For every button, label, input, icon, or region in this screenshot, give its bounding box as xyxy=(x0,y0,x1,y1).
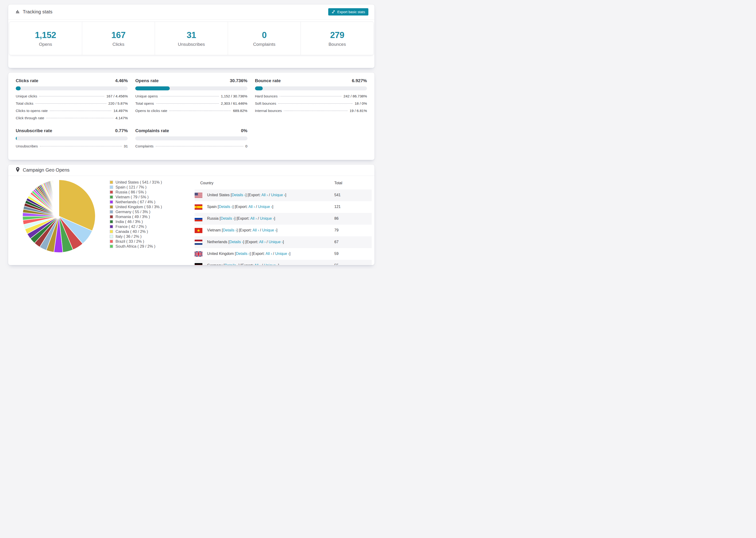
export-basic-stats-button[interactable]: Export basic stats xyxy=(328,8,368,16)
details-link[interactable]: Details › xyxy=(229,240,243,244)
rate-progress-fill xyxy=(16,86,21,90)
stat-value: 1,152 xyxy=(9,30,82,40)
legend-label: United Kingdom ( 59 / 3% ) xyxy=(116,205,162,209)
rate-progress-fill xyxy=(16,136,17,140)
legend-swatch xyxy=(110,244,113,248)
geo-total-cell: 59 xyxy=(334,252,339,256)
legend-item-spain: Spain ( 121 / 7% ) xyxy=(110,185,162,190)
rate-detail-label: Unsubscribes xyxy=(16,144,38,148)
legend-swatch xyxy=(110,205,113,209)
rate-detail-label: Complaints xyxy=(135,144,153,148)
details-link[interactable]: Details › xyxy=(219,205,233,209)
details-link[interactable]: Details › xyxy=(236,252,250,256)
rate-detail-row: Clicks to opens rate14.497% xyxy=(16,109,128,113)
rate-block-clicks-rate: Clicks rate4.46%Unique clicks167 / 4.456… xyxy=(16,78,128,120)
export-unique-link[interactable]: Unique › xyxy=(260,216,274,220)
rate-detail-value: 4.147% xyxy=(116,116,128,120)
geo-opens-legend: United States ( 541 / 31% )Spain ( 121 /… xyxy=(110,180,162,249)
export-icon xyxy=(332,10,336,14)
legend-label: Italy ( 36 / 2% ) xyxy=(116,234,141,239)
rate-detail-label: Total clicks xyxy=(16,101,33,106)
legend-label: India ( 46 / 3% ) xyxy=(116,219,143,224)
geo-country-cell: Netherlands [Details ›] [Export: All › /… xyxy=(207,240,284,244)
pie-slice xyxy=(59,180,59,216)
rate-detail-value: 220 / 5.87% xyxy=(108,101,128,106)
details-link[interactable]: Details › xyxy=(223,228,237,232)
rate-detail-label: Soft bounces xyxy=(255,101,276,106)
rate-detail-row: Soft bounces18 / 0% xyxy=(255,101,367,106)
legend-swatch xyxy=(110,190,113,194)
geo-country-cell: Germany [Details ›] [Export: All › / Uni… xyxy=(207,263,279,265)
legend-item-india: India ( 46 / 3% ) xyxy=(110,219,162,224)
dotted-leader xyxy=(40,146,122,146)
stat-value: 0 xyxy=(228,30,301,40)
flag-us-icon xyxy=(195,193,202,198)
rate-detail-row: Total opens2,303 / 61.446% xyxy=(135,101,247,106)
flag-es-icon xyxy=(195,204,202,210)
export-all-link[interactable]: All › xyxy=(261,193,268,197)
rate-progress-bar xyxy=(16,86,128,90)
export-all-link[interactable]: All › xyxy=(259,240,266,244)
details-link[interactable]: Details › xyxy=(232,193,245,197)
legend-swatch xyxy=(110,230,113,233)
campaign-geo-opens-card: Campaign Geo Opens United States ( 541 /… xyxy=(8,164,375,265)
legend-label: Russia ( 86 / 5% ) xyxy=(116,190,146,194)
flag-ru-icon xyxy=(195,216,202,221)
geo-opens-table: Country Total United States [Details ›] … xyxy=(195,177,372,265)
rate-detail-value: 2,303 / 61.446% xyxy=(221,101,247,106)
geo-table-row-germany: Germany [Details ›] [Export: All › / Uni… xyxy=(195,260,372,265)
export-all-link[interactable]: All › xyxy=(253,228,259,232)
geo-country-cell: United Kingdom [Details ›] [Export: All … xyxy=(207,252,291,256)
dotted-leader xyxy=(50,111,111,111)
rate-title: Clicks rate xyxy=(16,78,38,83)
legend-label: Germany ( 55 / 3% ) xyxy=(116,210,150,214)
details-link[interactable]: Details › xyxy=(225,263,239,265)
export-all-link[interactable]: All › xyxy=(248,205,255,209)
legend-swatch xyxy=(110,225,113,228)
geo-table-row-russia: Russia [Details ›] [Export: All › / Uniq… xyxy=(195,213,372,225)
rate-title: Complaints rate xyxy=(135,128,169,133)
geo-table-header-total: Total xyxy=(334,181,342,185)
legend-label: Vietnam ( 79 / 5% ) xyxy=(116,195,149,199)
export-unique-link[interactable]: Unique › xyxy=(269,240,283,244)
dotted-leader xyxy=(35,103,106,104)
legend-item-russia: Russia ( 86 / 5% ) xyxy=(110,190,162,194)
export-unique-link[interactable]: Unique › xyxy=(271,193,285,197)
legend-label: Brazil ( 33 / 2% ) xyxy=(116,239,144,243)
geo-table-row-united-kingdom: United Kingdom [Details ›] [Export: All … xyxy=(195,248,372,260)
bar-chart-icon xyxy=(15,9,20,15)
rate-progress-bar xyxy=(135,86,247,90)
legend-item-france: France ( 42 / 2% ) xyxy=(110,224,162,229)
export-unique-link[interactable]: Unique › xyxy=(264,263,278,265)
rate-detail-value: 1,152 / 30.736% xyxy=(221,94,247,98)
legend-label: Netherlands ( 67 / 4% ) xyxy=(116,200,155,204)
details-link[interactable]: Details › xyxy=(221,216,235,220)
rate-block-bounce-rate: Bounce rate6.927%Hard bounces242 / 86.73… xyxy=(255,78,367,113)
export-all-link[interactable]: All › xyxy=(250,216,257,220)
export-all-link[interactable]: All › xyxy=(254,263,261,265)
rate-detail-label: Unique opens xyxy=(135,94,158,98)
export-unique-link[interactable]: Unique › xyxy=(275,252,289,256)
rate-progress-bar xyxy=(135,136,247,140)
legend-item-netherlands: Netherlands ( 67 / 4% ) xyxy=(110,199,162,204)
geo-total-cell: 86 xyxy=(334,216,339,221)
geo-total-cell: 79 xyxy=(334,228,339,232)
export-unique-link[interactable]: Unique › xyxy=(262,228,276,232)
export-all-link[interactable]: All › xyxy=(266,252,272,256)
rate-detail-row: Complaints0 xyxy=(135,144,247,148)
rate-progress-bar xyxy=(255,86,367,90)
geo-table-rows: United States [Details ›] [Export: All ›… xyxy=(195,189,372,265)
export-unique-link[interactable]: Unique › xyxy=(258,205,272,209)
legend-item-south-africa: South Africa ( 29 / 2% ) xyxy=(110,244,162,249)
rate-detail-row: Opens to clicks rate689.82% xyxy=(135,109,247,113)
legend-swatch xyxy=(110,181,113,184)
geo-opens-pie-chart xyxy=(21,178,97,254)
dotted-leader xyxy=(284,111,348,111)
rate-detail-row: Total clicks220 / 5.87% xyxy=(16,101,128,106)
rate-value: 6.927% xyxy=(352,78,367,83)
flag-de-icon xyxy=(195,263,202,265)
stat-value: 31 xyxy=(155,30,228,40)
rate-detail-label: Total opens xyxy=(135,101,154,106)
stat-label: Bounces xyxy=(301,42,374,47)
rate-block-complaints-rate: Complaints rate0%Complaints0 xyxy=(135,128,247,148)
